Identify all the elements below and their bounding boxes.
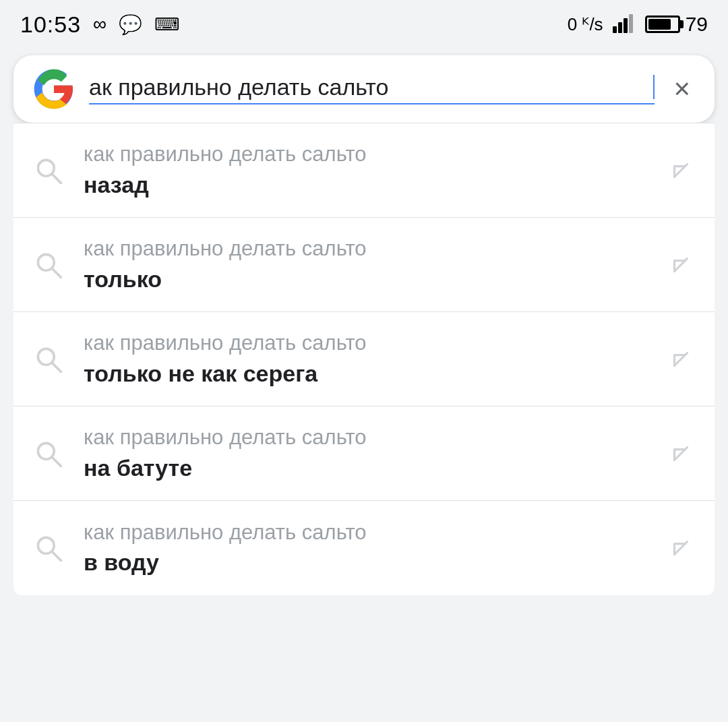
search-icon [34, 344, 63, 374]
suggestion-text: как правильно делать сальто в воду [84, 519, 647, 577]
status-right: 0 ᴷ/s 79 [568, 11, 708, 37]
search-icon-wrap [32, 532, 65, 564]
svg-line-11 [53, 363, 61, 371]
suggestion-suffix: в воду [84, 547, 647, 577]
svg-rect-2 [624, 18, 628, 33]
suggestion-text: как правильно делать сальто назад [84, 141, 647, 199]
arrow-up-left-icon [668, 441, 694, 467]
arrow-up-left-icon [668, 347, 694, 372]
suggestion-suffix: только [84, 264, 647, 294]
suggestion-prefix: как правильно делать сальто [84, 235, 647, 262]
svg-rect-1 [618, 22, 622, 33]
arrow-icon-wrap [666, 439, 696, 469]
suggestion-suffix: назад [84, 170, 647, 200]
suggestion-item[interactable]: как правильно делать сальто на батуте [13, 407, 715, 501]
battery-icon [645, 16, 680, 33]
signal-icon [613, 11, 636, 37]
search-icon [34, 533, 63, 563]
arrow-up-left-icon [668, 535, 694, 561]
arrow-icon-wrap [666, 533, 696, 563]
search-container[interactable]: ак правильно делать сальто × [13, 55, 715, 123]
suggestion-prefix: как правильно делать сальто [84, 424, 647, 451]
chat-icon: 💬 [119, 13, 142, 36]
status-left: 10:53 ∞ 💬 ⌨ [20, 11, 180, 38]
search-icon-wrap [32, 249, 65, 281]
suggestion-prefix: как правильно делать сальто [84, 141, 647, 168]
status-bar: 10:53 ∞ 💬 ⌨ 0 ᴷ/s 79 [0, 0, 728, 49]
suggestion-item[interactable]: как правильно делать сальто в воду [13, 501, 715, 595]
suggestion-item[interactable]: как правильно делать сальто назад [13, 123, 715, 218]
cursor [653, 75, 655, 99]
suggestions-list: как правильно делать сальто назад как пр… [13, 123, 715, 595]
search-icon-wrap [32, 154, 65, 187]
network-speed: 0 ᴷ/s [568, 14, 603, 35]
arrow-up-left-icon [668, 252, 694, 278]
svg-line-14 [53, 457, 61, 466]
clear-button[interactable]: × [668, 67, 696, 111]
search-icon [34, 250, 63, 280]
search-icon [34, 156, 63, 185]
arrow-up-left-icon [668, 158, 694, 183]
svg-line-17 [53, 552, 61, 561]
svg-rect-3 [629, 14, 633, 33]
suggestion-suffix: только не как серега [84, 359, 647, 388]
search-input-area[interactable]: ак правильно делать сальто [89, 74, 655, 104]
suggestion-item[interactable]: как правильно делать сальто только не ка… [13, 312, 715, 407]
battery-fill [648, 19, 671, 30]
suggestion-prefix: как правильно делать сальто [84, 330, 647, 357]
suggestion-text: как правильно делать сальто только [84, 235, 647, 293]
keyboard-icon: ⌨ [154, 14, 180, 35]
suggestion-text: как правильно делать сальто только не ка… [84, 330, 647, 388]
arrow-icon-wrap [666, 156, 696, 185]
suggestion-prefix: как правильно делать сальто [84, 519, 647, 546]
svg-line-8 [53, 268, 61, 277]
suggestion-suffix: на батуте [84, 453, 647, 483]
battery-percent: 79 [686, 13, 708, 36]
svg-rect-0 [613, 26, 617, 33]
search-icon [34, 439, 63, 469]
search-icon-wrap [32, 343, 65, 375]
suggestion-text: как правильно делать сальто на батуте [84, 424, 647, 482]
battery-container: 79 [645, 13, 708, 36]
arrow-icon-wrap [666, 250, 696, 280]
infinity-icon: ∞ [93, 13, 107, 35]
search-text: ак правильно делать сальто [89, 74, 652, 100]
svg-line-5 [53, 174, 61, 183]
suggestion-item[interactable]: как правильно делать сальто только [13, 218, 715, 312]
search-icon-wrap [32, 438, 65, 470]
google-logo [32, 67, 75, 111]
arrow-icon-wrap [666, 344, 696, 374]
status-time: 10:53 [20, 11, 81, 38]
